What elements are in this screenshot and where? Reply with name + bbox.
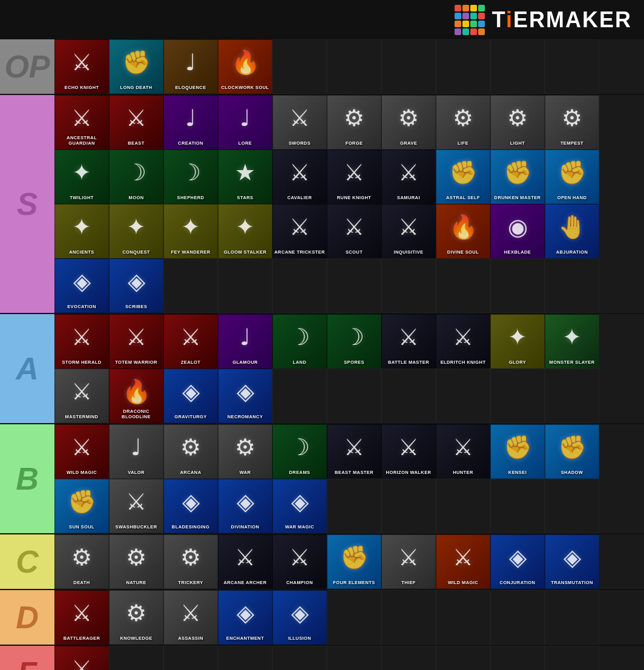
item-twilight[interactable]: ✦Twilight	[54, 149, 109, 204]
item-fey-wanderer[interactable]: ✦Fey Wanderer	[163, 204, 218, 258]
item-long-death[interactable]: ✊Long Death	[109, 39, 163, 94]
item-monster-slayer[interactable]: ✦Monster Slayer	[545, 314, 599, 369]
item-necromancy[interactable]: ◈Necromancy	[218, 369, 272, 423]
item-valor[interactable]: ♩Valor	[109, 424, 163, 479]
item-illusion[interactable]: ◈Illusion	[272, 590, 327, 645]
item-stars[interactable]: ★Stars	[218, 149, 272, 204]
item-graviturgy[interactable]: ◈Graviturgy	[163, 369, 218, 423]
item-arcane-archer[interactable]: ⚔Arcane Archer	[218, 534, 272, 589]
item-lore[interactable]: ♩Lore	[218, 95, 272, 149]
item-swashbuckler[interactable]: ⚔Swashbuckler	[109, 479, 163, 533]
item-trickery[interactable]: ⚙Trickery	[163, 534, 218, 589]
item-inquisitive[interactable]: ⚔Inquisitive	[381, 204, 436, 258]
item-forge[interactable]: ⚙Forge	[327, 95, 381, 149]
item-battle-master[interactable]: ⚔Battle Master	[381, 314, 436, 369]
item-creation[interactable]: ♩Creation	[163, 95, 218, 149]
item-transmutation[interactable]: ◈Transmutation	[545, 534, 599, 589]
item-label: Sun Soul	[68, 524, 96, 530]
item-label: Lore	[237, 140, 253, 146]
item-hexblade[interactable]: ◉Hexblade	[490, 204, 545, 258]
item-icon: ★	[235, 159, 255, 186]
item-storm-herald[interactable]: ⚔Storm Herald	[54, 314, 109, 369]
item-eloquence[interactable]: ♩Eloquence	[163, 39, 218, 94]
item-open-hand[interactable]: ✊Open Hand	[545, 149, 599, 204]
item-nature[interactable]: ⚙Nature	[109, 534, 163, 589]
item-dreams[interactable]: ☽Dreams	[272, 424, 327, 479]
item-horizon-walker[interactable]: ⚔Horizon Walker	[381, 424, 436, 479]
item-icon: ✦	[562, 324, 582, 350]
tier-filler	[272, 646, 327, 670]
item-cavalier[interactable]: ⚔Cavalier	[272, 149, 327, 204]
item-scout[interactable]: ⚔Scout	[327, 204, 381, 258]
item-beast[interactable]: ⚔Beast	[109, 95, 163, 149]
item-icon: ♩	[185, 49, 196, 76]
item-swords[interactable]: ⚔Swords	[272, 95, 327, 149]
item-shepherd[interactable]: ☽Shepherd	[163, 149, 218, 204]
item-arcana[interactable]: ⚙Arcana	[163, 424, 218, 479]
item-icon: ☽	[126, 159, 146, 186]
item-war[interactable]: ⚙War	[218, 424, 272, 479]
item-thief[interactable]: ⚔Thief	[381, 534, 436, 589]
item-assassin[interactable]: ⚔Assassin	[163, 590, 218, 645]
item-clockwork-soul[interactable]: 🔥Clockwork Soul	[218, 39, 272, 94]
item-icon: ◈	[237, 600, 254, 626]
item-abjuration[interactable]: 🤚Abjuration	[545, 204, 599, 258]
item-glamour[interactable]: ♩Glamour	[218, 314, 272, 369]
item-label: Divination	[230, 524, 261, 530]
tier-filler	[545, 39, 599, 94]
item-glory[interactable]: ✦Glory	[490, 314, 545, 369]
item-icon: ⚙	[126, 600, 146, 626]
header: TiERMAKER	[0, 0, 644, 39]
item-rune-knight[interactable]: ⚔Rune Knight	[327, 149, 381, 204]
item-label: Kensei	[507, 470, 528, 475]
item-mastermind[interactable]: ⚔Mastermind	[54, 369, 109, 423]
item-death[interactable]: ⚙Death	[54, 534, 109, 589]
item-scribes[interactable]: ◈Scribes	[109, 258, 163, 313]
item-conjuration[interactable]: ◈Conjuration	[490, 534, 545, 589]
item-champion[interactable]: ⚔Champion	[272, 534, 327, 589]
tier-list: OP⚔Echo Knight✊Long Death♩Eloquence🔥Cloc…	[0, 39, 644, 670]
item-four-elements[interactable]: ✊Four Elements	[327, 534, 381, 589]
tier-filler	[272, 258, 327, 313]
item-battlerager[interactable]: ⚔Battlerager	[54, 590, 109, 645]
item-bladesinging[interactable]: ◈Bladesinging	[163, 479, 218, 533]
item-totem-warrior[interactable]: ⚔Totem Warrior	[109, 314, 163, 369]
item-divine-soul[interactable]: 🔥Divine Soul	[436, 204, 490, 258]
item-label: Wild Magic	[65, 470, 98, 475]
item-astral-self[interactable]: ✊Astral Self	[436, 149, 490, 204]
item-berserker[interactable]: ⚔Berserker	[54, 646, 109, 670]
item-zealot[interactable]: ⚔Zealot	[163, 314, 218, 369]
item-light[interactable]: ⚙Light	[490, 95, 545, 149]
item-drunken-master[interactable]: ✊Drunken Master	[490, 149, 545, 204]
item-eldritch-knight[interactable]: ⚔Eldritch Knight	[436, 314, 490, 369]
tier-label-op: OP	[0, 39, 54, 94]
item-draconic-bloodline[interactable]: 🔥Draconic Bloodline	[109, 369, 163, 423]
item-tempest[interactable]: ⚙Tempest	[545, 95, 599, 149]
item-kensei[interactable]: ✊Kensei	[490, 424, 545, 479]
item-label: Wild Magic	[447, 580, 479, 585]
item-wild-magic[interactable]: ⚔Wild Magic	[54, 424, 109, 479]
item-enchantment[interactable]: ◈Enchantment	[218, 590, 272, 645]
item-evocation[interactable]: ◈Evocation	[54, 258, 109, 313]
item-wild-magic[interactable]: ⚔Wild Magic	[436, 534, 490, 589]
item-icon: ⚔	[126, 324, 146, 350]
item-conquest[interactable]: ✦Conquest	[109, 204, 163, 258]
item-spores[interactable]: ☽Spores	[327, 314, 381, 369]
item-beast-master[interactable]: ⚔Beast Master	[327, 424, 381, 479]
item-shadow[interactable]: ✊Shadow	[545, 424, 599, 479]
item-ancestral-guardian[interactable]: ⚔Ancestral Guardian	[54, 95, 109, 149]
item-divination[interactable]: ◈Divination	[218, 479, 272, 533]
item-knowledge[interactable]: ⚙Knowledge	[109, 590, 163, 645]
item-war-magic[interactable]: ◈War Magic	[272, 479, 327, 533]
item-hunter[interactable]: ⚔Hunter	[436, 424, 490, 479]
item-arcane-trickster[interactable]: ⚔Arcane Trickster	[272, 204, 327, 258]
item-samurai[interactable]: ⚔Samurai	[381, 149, 436, 204]
item-life[interactable]: ⚙Life	[436, 95, 490, 149]
item-echo-knight[interactable]: ⚔Echo Knight	[54, 39, 109, 94]
item-ancients[interactable]: ✦Ancients	[54, 204, 109, 258]
item-moon[interactable]: ☽Moon	[109, 149, 163, 204]
item-grave[interactable]: ⚙Grave	[381, 95, 436, 149]
item-gloom-stalker[interactable]: ✦Gloom Stalker	[218, 204, 272, 258]
item-land[interactable]: ☽Land	[272, 314, 327, 369]
item-sun-soul[interactable]: ✊Sun Soul	[54, 479, 109, 533]
